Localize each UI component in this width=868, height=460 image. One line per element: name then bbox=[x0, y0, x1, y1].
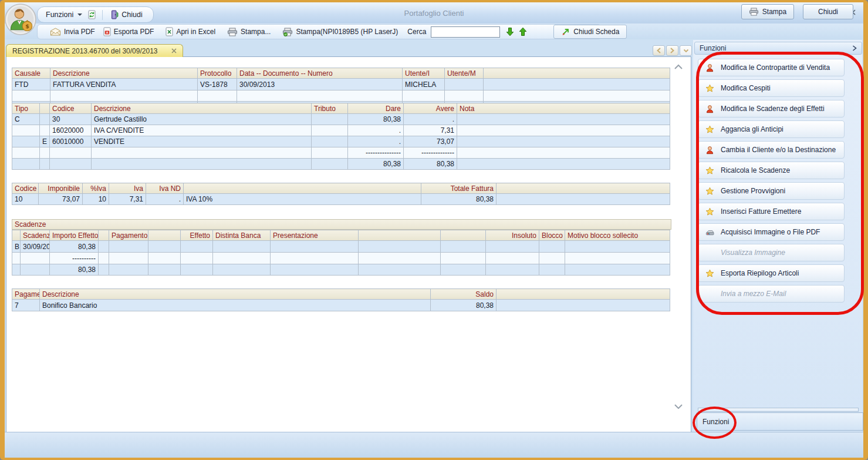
cell: -------------- bbox=[404, 147, 457, 159]
cell: 80,38 bbox=[50, 241, 99, 253]
sidebar-button[interactable]: Modifica le Scadenze degli Effetti bbox=[698, 100, 845, 117]
cell bbox=[271, 253, 359, 264]
invia-pdf-button[interactable]: Invia PDF bbox=[46, 25, 99, 38]
column-header bbox=[40, 103, 50, 114]
cell: 80,38 bbox=[50, 264, 99, 276]
tab-list-button[interactable] bbox=[680, 45, 692, 56]
table-row[interactable]: C30Gertrude Castillo80,38. bbox=[12, 114, 670, 125]
cell bbox=[457, 136, 670, 147]
arrow-down-icon bbox=[506, 27, 514, 36]
cell bbox=[312, 114, 348, 125]
sidebar-button[interactable]: Aggancia gli Anticipi bbox=[698, 120, 845, 138]
search-input[interactable] bbox=[431, 26, 500, 38]
cell bbox=[271, 241, 359, 253]
printer-green-icon bbox=[282, 28, 293, 36]
table-row[interactable]: ----------------------------- bbox=[12, 147, 670, 159]
cell bbox=[539, 253, 565, 264]
chiudi-menu-button[interactable]: Chiudi bbox=[109, 8, 143, 21]
scadenze-section-label: Scadenze bbox=[12, 219, 671, 230]
table-row[interactable]: 7Bonifico Bancario80,38 bbox=[12, 300, 670, 311]
star-icon bbox=[705, 187, 714, 196]
refresh-button[interactable] bbox=[88, 10, 96, 19]
column-header: Protocollo bbox=[198, 68, 237, 79]
funzioni-bottom-bar[interactable]: Funzioni bbox=[697, 412, 863, 431]
cell bbox=[539, 264, 565, 276]
star-icon bbox=[705, 207, 714, 216]
chevron-right-icon bbox=[852, 45, 857, 51]
scroll-down-button[interactable] bbox=[673, 404, 684, 409]
cell bbox=[213, 264, 271, 276]
chiudi-menu-label: Chiudi bbox=[121, 11, 142, 19]
cell bbox=[312, 147, 348, 159]
cell: IVA C/VENDITE bbox=[92, 125, 312, 136]
table-row[interactable]: FTDFATTURA VENDITAVS-187830/09/2013MICHE… bbox=[12, 79, 670, 90]
apri-in-excel-button[interactable]: Apri in Excel bbox=[161, 25, 219, 38]
sidebar-button[interactable]: Gestione Provvigioni bbox=[698, 182, 845, 200]
funzioni-menu-button[interactable]: Funzioni bbox=[45, 8, 83, 21]
search-next-button[interactable] bbox=[506, 27, 514, 36]
column-header bbox=[148, 230, 181, 241]
tab-scroll-left-button[interactable] bbox=[653, 45, 665, 56]
sidebar-header[interactable]: Funzioni bbox=[694, 42, 862, 55]
sidebar-button[interactable]: Ricalcola le Scadenze bbox=[698, 162, 845, 179]
chiudi-footer-button[interactable]: Chiudi bbox=[803, 4, 853, 19]
column-header: Causale bbox=[12, 68, 50, 79]
search-prev-button[interactable] bbox=[519, 27, 527, 36]
tab-close-icon[interactable] bbox=[171, 48, 177, 53]
table-row[interactable]: 80,3880,38 bbox=[12, 159, 670, 170]
cell: FATTURA VENDITA bbox=[50, 79, 198, 90]
document-panel: CausaleDescrizioneProtocolloData -- Docu… bbox=[6, 56, 691, 432]
sidebar-button[interactable]: Acquisisci Immagine o File PDF bbox=[698, 223, 845, 241]
sidebar-button-label: Modifica le Contropartite di Vendita bbox=[721, 63, 830, 72]
cell: 30/09/2013 bbox=[21, 241, 50, 253]
sidebar-button: Visualizza Immagine bbox=[698, 244, 845, 261]
cell: 16020000 bbox=[50, 125, 92, 136]
footer-bar bbox=[5, 432, 863, 458]
iva-table: Codice IvaImponibile%IvaIvaIva NDTotale … bbox=[12, 183, 670, 205]
table-row[interactable]: B30/09/201380,38 bbox=[12, 241, 670, 253]
table-row[interactable] bbox=[12, 90, 670, 102]
cell bbox=[92, 159, 312, 170]
cell: . bbox=[348, 125, 404, 136]
sidebar-button[interactable]: Inserisci Fatture Emettere bbox=[698, 203, 845, 220]
svg-text:$: $ bbox=[25, 23, 29, 29]
cell bbox=[359, 253, 441, 264]
stampa-footer-button[interactable]: Stampa bbox=[741, 4, 794, 19]
header-row: TipoCodiceDescrizioneTributoDareAvereNot… bbox=[12, 103, 670, 114]
chiudi-scheda-label: Chiudi Scheda bbox=[573, 28, 619, 36]
sidebar-splitter[interactable] bbox=[698, 408, 859, 412]
header-row: ScadenzaImporto EffettoPagamentoEffettoD… bbox=[12, 230, 670, 241]
no-icon bbox=[705, 249, 714, 257]
cell: IVA 10% bbox=[184, 194, 421, 205]
sidebar-button[interactable]: Modifica Cespiti bbox=[698, 79, 845, 97]
stampa-button[interactable]: Stampa... bbox=[223, 25, 275, 38]
tab-registrazione[interactable]: REGISTRAZIONE 2013.46700 del 30/09/2013 bbox=[6, 44, 183, 57]
column-header: Data -- Documento -- Numero bbox=[237, 68, 403, 79]
cell: 80,38 bbox=[431, 300, 497, 311]
sidebar-button-label: Ricalcola le Scadenze bbox=[721, 166, 790, 174]
stampa-stampante-button[interactable]: Stampa(NPI0189B5 (HP LaserJ) bbox=[278, 25, 402, 38]
cell: Bonifico Bancario bbox=[40, 300, 431, 311]
cell bbox=[457, 114, 670, 125]
sidebar-button[interactable]: Cambia il Cliente e/o la Destinazione bbox=[698, 141, 845, 159]
scroll-up-button[interactable] bbox=[673, 64, 684, 70]
printer-icon bbox=[227, 28, 238, 36]
column-header: Effetto bbox=[181, 230, 213, 241]
table-row[interactable]: E60010000VENDITE.73,07 bbox=[12, 136, 670, 147]
table-row[interactable]: 16020000IVA C/VENDITE.7,31 bbox=[12, 125, 670, 136]
cell bbox=[12, 136, 40, 147]
table-row[interactable]: ---------- bbox=[12, 253, 670, 264]
sidebar-button[interactable]: Esporta Riepilogo Articoli bbox=[698, 264, 845, 282]
sidebar-button[interactable]: Modifica le Contropartite di Vendita bbox=[698, 59, 845, 76]
tab-scroll-right-button[interactable] bbox=[666, 45, 678, 56]
cell: E bbox=[40, 136, 50, 147]
column-header: Nota bbox=[457, 103, 670, 114]
esporta-pdf-button[interactable]: Esporta PDF bbox=[99, 25, 158, 38]
person-icon bbox=[705, 105, 714, 113]
chiudi-scheda-button[interactable]: Chiudi Scheda bbox=[553, 25, 627, 39]
cell: VS-1878 bbox=[198, 79, 237, 90]
cell: 80,38 bbox=[404, 159, 457, 170]
star-icon bbox=[705, 166, 714, 175]
table-row[interactable]: 1073,07107,31.IVA 10%80,38 bbox=[12, 194, 670, 205]
table-row[interactable]: 80,38 bbox=[12, 264, 670, 276]
